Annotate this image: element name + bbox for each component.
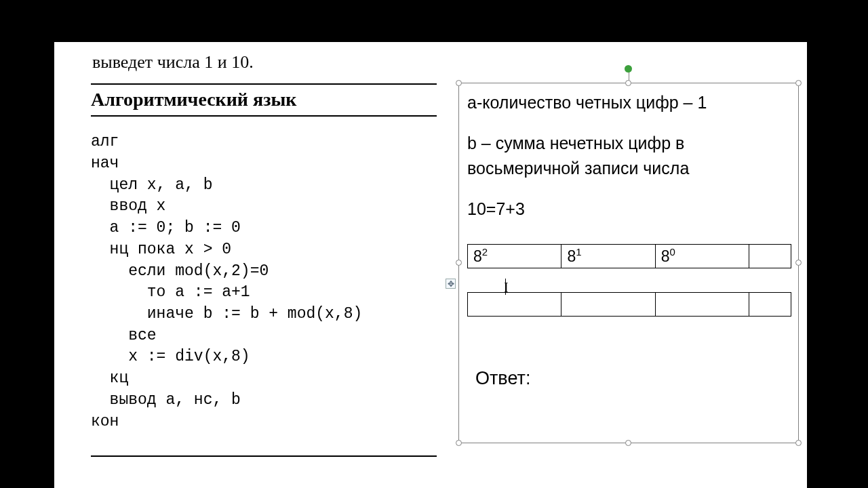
resize-handle-mr[interactable] [795, 260, 802, 266]
left-column: выведет числа 1 и 10. Алгоритмический яз… [91, 42, 437, 432]
resize-handle-bm[interactable] [625, 440, 631, 446]
resize-handle-tr[interactable] [795, 80, 802, 86]
table-row-headers: 82 81 80 [468, 245, 791, 268]
note-equation: 10=7+3 [467, 197, 790, 222]
cell-8-0[interactable]: 80 [655, 245, 749, 268]
cell-v1[interactable] [468, 293, 561, 317]
algorithm-code: алг нач цел x, a, b ввод x a := 0; b := … [91, 117, 437, 432]
answer-label: Ответ: [475, 368, 530, 389]
textbox-selected[interactable]: ✥ a-количество четных цифр – 1 b – сумма… [458, 83, 799, 443]
octal-table-wrap: 82 81 80 [467, 244, 791, 317]
cell-8-1[interactable]: 81 [561, 245, 655, 268]
resize-handle-bl[interactable] [456, 440, 462, 446]
cell-blank-h[interactable] [749, 245, 791, 268]
text-cursor-icon [505, 279, 506, 295]
note-a: a-количество четных цифр – 1 [467, 90, 790, 116]
resize-handle-tl[interactable] [456, 80, 462, 86]
note-b: b – сумма нечетных цифр в восьмеричной з… [467, 131, 790, 182]
separator-line [91, 455, 437, 457]
textbox-content[interactable]: a-количество четных цифр – 1 b – сумма н… [467, 90, 790, 439]
resize-handle-br[interactable] [795, 440, 802, 446]
table-row-values [468, 293, 791, 317]
cell-v4[interactable] [749, 293, 791, 317]
table-row-gap [468, 268, 791, 293]
table-move-handle-icon[interactable]: ✥ [446, 279, 456, 289]
intro-fragment: выведет числа 1 и 10. [91, 42, 437, 83]
octal-table[interactable]: 82 81 80 [467, 244, 791, 317]
section-heading: Алгоритмический язык [91, 83, 437, 117]
cell-gap[interactable] [468, 268, 791, 293]
cell-v3[interactable] [655, 293, 749, 317]
cell-v2[interactable] [561, 293, 655, 317]
cell-8-2[interactable]: 82 [468, 245, 561, 268]
resize-handle-tm[interactable] [625, 80, 631, 86]
rotate-handle[interactable] [625, 65, 632, 73]
resize-handle-ml[interactable] [456, 260, 462, 266]
document-page: выведет числа 1 и 10. Алгоритмический яз… [54, 42, 807, 488]
